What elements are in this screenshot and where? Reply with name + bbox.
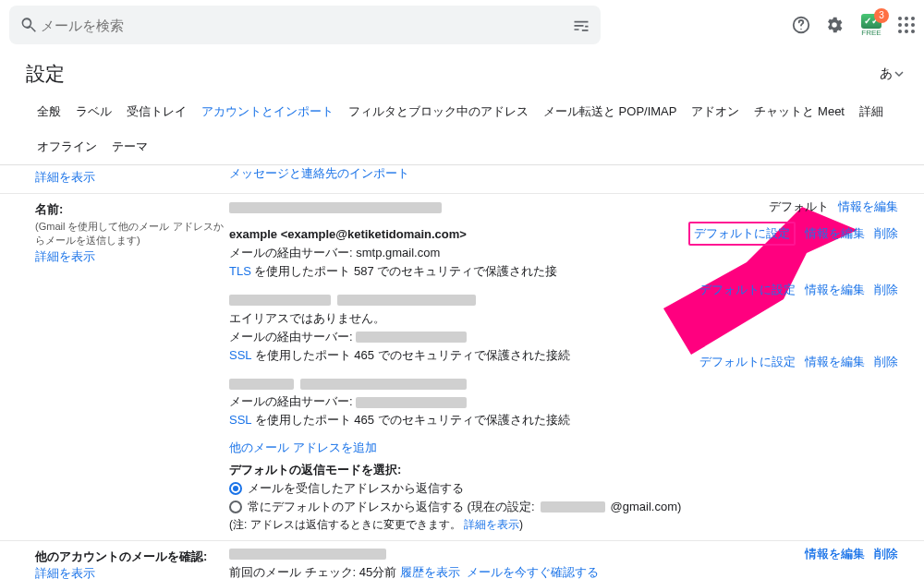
reply-mode-option[interactable]: 常にデフォルトのアドレスから返信する (現在の設定: @gmail.com) <box>229 499 898 515</box>
redacted <box>356 332 467 343</box>
top-right-icons: ✓✓ FREE 3 <box>791 14 915 37</box>
via-server: メールの経由サーバー: <box>229 330 356 344</box>
redacted <box>229 295 331 306</box>
section-title: 他のアカウントのメールを確認: <box>35 549 229 565</box>
redacted <box>541 501 605 513</box>
tls-label: TLS <box>229 264 251 278</box>
default-label: デフォルト <box>769 198 829 216</box>
send-as-address: example <example@ketiketidomain.com> <box>229 227 467 241</box>
tab-0[interactable]: 全般 <box>35 98 63 129</box>
search-box[interactable] <box>9 6 601 44</box>
chevron-down-icon <box>894 69 904 78</box>
external-account-entry: 前回のメール チェック: 45分前 履歴を表示 メールを今すぐ確認する 情報を編… <box>229 545 898 579</box>
redacted <box>337 295 476 306</box>
settings-heading-row: 設定 あ <box>0 50 924 92</box>
make-default-link[interactable]: デフォルトに設定 <box>688 222 796 246</box>
redacted <box>300 379 467 390</box>
reply-mode-title: デフォルトの返信モードを選択: <box>229 462 898 478</box>
gear-icon[interactable] <box>824 15 845 35</box>
free-count: 3 <box>874 8 889 23</box>
tab-4[interactable]: フィルタとブロック中のアドレス <box>346 98 530 129</box>
learn-more-link[interactable]: 詳細を表示 <box>464 518 519 531</box>
language-selector[interactable]: あ <box>880 66 904 82</box>
via-server: メールの経由サーバー: <box>229 394 356 408</box>
ssl-label: SSL <box>229 348 251 362</box>
delete-link[interactable]: 削除 <box>874 353 898 371</box>
settings-tabs: 全般ラベル受信トレイアカウントとインポートフィルタとブロック中のアドレスメール転… <box>0 92 924 165</box>
delete-link[interactable]: 削除 <box>874 281 898 299</box>
learn-more-link[interactable]: 詳細を表示 <box>35 170 95 184</box>
tune-icon[interactable] <box>571 15 591 35</box>
search-input[interactable] <box>39 17 571 34</box>
send-as-entry: example <example@ketiketidomain.com> メール… <box>229 225 898 281</box>
redacted <box>229 549 386 560</box>
tab-7[interactable]: チャットと Meet <box>752 98 846 129</box>
edit-link[interactable]: 情報を編集 <box>805 353 865 371</box>
radio-icon <box>229 501 242 513</box>
not-alias: エイリアスではありません。 <box>229 311 385 325</box>
settings-content: 詳細を表示 メッセージと連絡先のインポート 名前: (Gmail を使用して他の… <box>0 165 924 579</box>
edit-link[interactable]: 情報を編集 <box>805 545 865 563</box>
section-hint: (Gmail を使用して他のメール アドレスからメールを送信します) <box>35 220 229 248</box>
last-check: 前回のメール チェック: 45分前 <box>229 565 396 579</box>
redacted <box>229 379 294 390</box>
tab-6[interactable]: アドオン <box>689 98 741 129</box>
import-link[interactable]: メッセージと連絡先のインポート <box>229 166 409 180</box>
tab-8[interactable]: 詳細 <box>857 98 885 129</box>
edit-link[interactable]: 情報を編集 <box>805 281 865 299</box>
page-title: 設定 <box>26 61 65 87</box>
tab-9[interactable]: オフライン <box>35 133 99 164</box>
redacted <box>229 202 442 213</box>
search-icon <box>18 15 39 35</box>
learn-more-link[interactable]: 詳細を表示 <box>35 566 95 579</box>
delete-link[interactable]: 削除 <box>874 545 898 563</box>
reply-mode-note: (注: アドレスは返信するときに変更できます。 詳細を表示) <box>229 517 898 533</box>
send-as-entry: メールの経由サーバー: SSL を使用したポート 465 でのセキュリティで保護… <box>229 374 898 429</box>
tab-1[interactable]: ラベル <box>74 98 114 129</box>
send-as-list: デフォルト 情報を編集 example <example@ketiketidom… <box>229 198 898 533</box>
ssl-label: SSL <box>229 413 251 427</box>
free-extension-badge[interactable]: ✓✓ FREE 3 <box>857 14 885 37</box>
history-link[interactable]: 履歴を表示 <box>400 565 460 579</box>
via-server: メールの経由サーバー: smtp.gmail.com <box>229 246 440 259</box>
add-another-address-link[interactable]: 他のメール アドレスを追加 <box>229 440 377 454</box>
section-title: 名前: <box>35 201 229 218</box>
apps-icon[interactable] <box>898 17 915 33</box>
learn-more-link[interactable]: 詳細を表示 <box>35 249 95 263</box>
radio-icon <box>229 482 242 495</box>
tab-3[interactable]: アカウントとインポート <box>200 98 335 129</box>
send-as-entry: デフォルト 情報を編集 <box>229 198 898 216</box>
tab-10[interactable]: テーマ <box>110 133 150 164</box>
make-default-link[interactable]: デフォルトに設定 <box>699 281 796 299</box>
check-other-accounts-section: 他のアカウントのメールを確認: 詳細を表示 前回のメール チェック: 45分前 … <box>0 541 924 579</box>
help-icon[interactable] <box>791 15 811 35</box>
edit-link[interactable]: 情報を編集 <box>805 224 865 243</box>
free-label: FREE <box>861 29 881 37</box>
edit-link[interactable]: 情報を編集 <box>838 198 898 216</box>
reply-mode-option[interactable]: メールを受信したアドレスから返信する <box>229 480 898 497</box>
import-section-row: 詳細を表示 メッセージと連絡先のインポート <box>0 165 924 194</box>
check-now-link[interactable]: メールを今すぐ確認する <box>467 565 599 579</box>
redacted <box>356 397 467 408</box>
tab-2[interactable]: 受信トレイ <box>125 98 188 129</box>
make-default-link[interactable]: デフォルトに設定 <box>699 353 796 371</box>
top-bar: ✓✓ FREE 3 <box>0 0 924 50</box>
tab-5[interactable]: メール転送と POP/IMAP <box>541 98 678 129</box>
send-as-section: 名前: (Gmail を使用して他のメール アドレスからメールを送信します) 詳… <box>0 194 924 541</box>
delete-link[interactable]: 削除 <box>874 224 898 243</box>
svg-point-1 <box>800 29 801 30</box>
other-accounts-list: 前回のメール チェック: 45分前 履歴を表示 メールを今すぐ確認する 情報を編… <box>229 545 898 579</box>
